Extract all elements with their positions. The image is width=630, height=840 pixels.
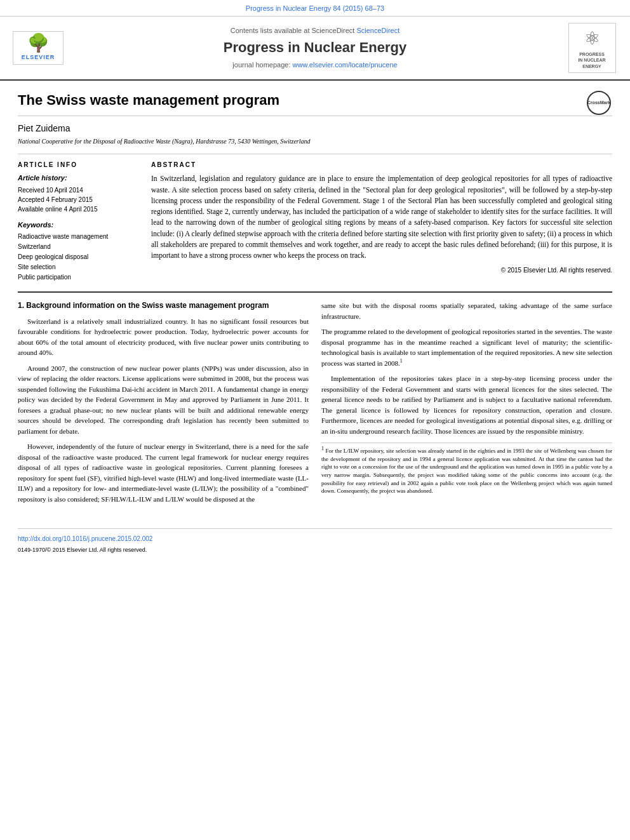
homepage-link[interactable]: www.elsevier.com/locate/pnucene [293,61,398,69]
elsevier-tree-icon: 🌳 [16,34,60,52]
keyword-1: Radioactive waste management [18,232,138,242]
abstract-copyright: © 2015 Elsevier Ltd. All rights reserved… [151,266,612,275]
section-1-para-3: However, independently of the future of … [18,441,309,504]
content-area: CrossMark The Swiss waste management pro… [0,81,630,522]
footnote-text: 1 For the L/ILW repository, site selecti… [321,447,612,495]
page: Progress in Nuclear Energy 84 (2015) 68–… [0,0,630,840]
body-two-col: 1. Background information on the Swiss w… [18,300,612,509]
nuclear-energy-logo: ⚛ PROGRESSIN NUCLEARENERGY [566,23,617,73]
footnote-area: 1 For the L/ILW repository, site selecti… [321,443,612,495]
footer-copyright: 0149-1970/© 2015 Elsevier Ltd. All right… [18,546,612,554]
keyword-3: Deep geological disposal [18,252,138,262]
article-info-abstract: ARTICLE INFO Article history: Received 1… [18,154,612,283]
right-para-3: Implementation of the repositories takes… [321,373,612,436]
keyword-2: Switzerland [18,242,138,252]
journal-citation-bar: Progress in Nuclear Energy 84 (2015) 68–… [0,0,630,17]
doi-link[interactable]: http://dx.doi.org/10.1016/j.pnucene.2015… [18,535,152,542]
crossmark-badge: CrossMark [587,91,612,116]
nuclear-atom-icon: ⚛ [572,26,613,51]
keyword-5: Public participation [18,272,138,283]
section-1-para-1: Switzerland is a relatively small indust… [18,316,309,358]
footnote-number: 1 [321,446,324,451]
elsevier-brand: ELSEVIER [16,53,60,62]
author-name: Piet Zuidema [18,123,612,135]
history-label: Article history: [18,173,138,183]
received-date: Received 10 April 2014 [18,185,138,195]
abstract-col: ABSTRACT In Switzerland, legislation and… [151,161,612,283]
author-affiliation: National Cooperative for the Disposal of… [18,137,612,146]
article-info-col: ARTICLE INFO Article history: Received 1… [18,161,138,283]
journal-header: 🌳 ELSEVIER Contents lists available at S… [0,17,630,81]
keywords-label: Keywords: [18,220,138,230]
crossmark-label: CrossMark [587,100,610,105]
science-direct-link[interactable]: ScienceDirect [356,27,399,34]
keyword-4: Site selection [18,262,138,272]
nuclear-brand-text: PROGRESSIN NUCLEARENERGY [572,51,613,70]
body-left-col: 1. Background information on the Swiss w… [18,300,309,509]
journal-title: Progress in Nuclear Energy [76,38,554,58]
abstract-label: ABSTRACT [151,161,612,170]
elsevier-logo: 🌳 ELSEVIER [13,31,64,65]
page-footer: http://dx.doi.org/10.1016/j.pnucene.2015… [18,528,612,554]
body-divider [18,291,612,293]
accepted-date: Accepted 4 February 2015 [18,195,138,204]
article-info-label: ARTICLE INFO [18,161,138,170]
journal-center: Contents lists available at ScienceDirec… [64,26,566,70]
science-direct-label: Contents lists available at ScienceDirec… [76,26,554,36]
section-1-para-2: Around 2007, the construction of new nuc… [18,363,309,437]
right-para-2: The programme related to the development… [321,326,612,368]
available-date: Available online 4 April 2015 [18,204,138,214]
abstract-text: In Switzerland, legislation and regulato… [151,173,612,261]
footnote-ref-1: 1 [400,358,403,364]
right-para-1: same site but with the disposal rooms sp… [321,300,612,321]
journal-citation: Progress in Nuclear Energy 84 (2015) 68–… [246,4,384,12]
article-title: The Swiss waste management program [18,91,612,116]
homepage-label: journal homepage: www.elsevier.com/locat… [76,60,554,70]
section-1-title: 1. Background information on the Swiss w… [18,300,309,311]
body-right-col: same site but with the disposal rooms sp… [321,300,612,509]
